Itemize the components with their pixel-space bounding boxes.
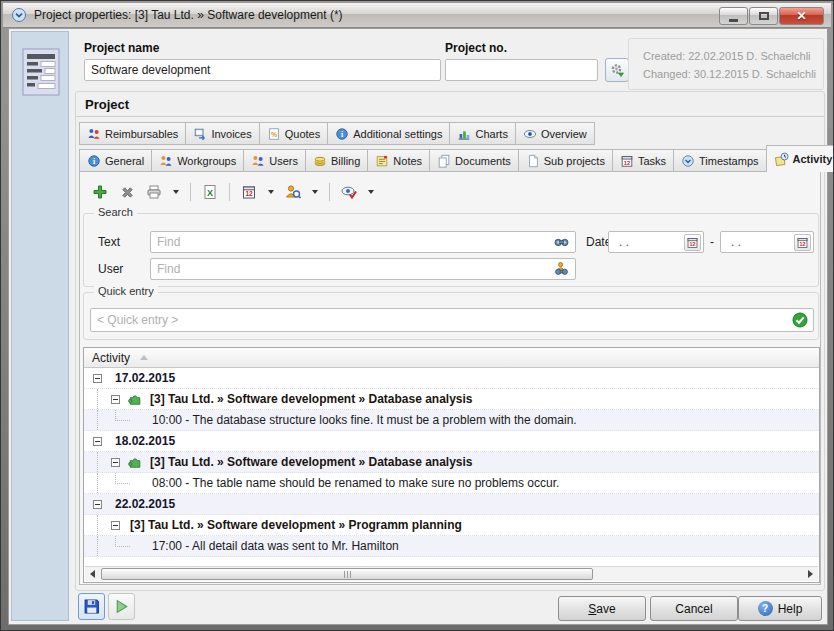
minimize-icon xyxy=(729,19,738,22)
date-to-input[interactable]: . . 12 xyxy=(720,231,814,253)
tab-invoices[interactable]: Invoices xyxy=(185,122,258,145)
collapse-toggle[interactable] xyxy=(111,395,120,404)
maximize-button[interactable] xyxy=(749,7,778,25)
save-label: Save xyxy=(588,602,615,616)
run-button[interactable] xyxy=(108,593,135,620)
calendar-menu-arrow[interactable] xyxy=(268,190,274,194)
print-menu-arrow[interactable] xyxy=(173,190,179,194)
tab-row-2: i General Workgroups Users Billing Notes xyxy=(79,145,834,172)
close-button[interactable]: ✕ xyxy=(779,7,824,25)
help-label: Help xyxy=(778,602,803,616)
delete-button[interactable] xyxy=(116,181,138,203)
tab-general[interactable]: i General xyxy=(79,149,151,172)
collapse-toggle[interactable] xyxy=(93,374,102,383)
tab-notes[interactable]: Notes xyxy=(367,149,429,172)
tab-overview[interactable]: Overview xyxy=(515,122,595,145)
tab-reimbursables[interactable]: Reimbursables xyxy=(79,122,185,145)
save-file-button[interactable] xyxy=(78,593,105,620)
tab-tasks[interactable]: 12 Tasks xyxy=(612,149,673,172)
titlebar[interactable]: Project properties: [3] Tau Ltd. » Softw… xyxy=(3,3,831,28)
tree-elbow xyxy=(115,410,130,421)
activity-project-row[interactable]: [3] Tau Ltd. » Software development » Da… xyxy=(84,452,819,473)
tab-quotes[interactable]: % Quotes xyxy=(259,122,327,145)
activity-list: Activity 17.02.2015 [3] Tau Ltd. » Softw… xyxy=(83,347,820,583)
coins-icon xyxy=(313,154,327,168)
search-text-input[interactable] xyxy=(150,231,576,253)
svg-text:12: 12 xyxy=(690,241,696,247)
save-button[interactable]: Save xyxy=(558,596,646,621)
toolbar-separator xyxy=(190,183,191,201)
scroll-left-button[interactable] xyxy=(85,567,100,581)
horizontal-scrollbar[interactable] xyxy=(85,566,818,581)
date-to-picker-button[interactable]: 12 xyxy=(794,234,811,251)
tab-users[interactable]: Users xyxy=(243,149,305,172)
collapse-toggle[interactable] xyxy=(111,458,120,467)
minimize-button[interactable] xyxy=(719,7,748,25)
activity-entry-row[interactable]: 10:00 - The database structure looks fin… xyxy=(84,410,819,431)
activity-entry: 10:00 - The database structure looks fin… xyxy=(152,413,577,427)
activity-column-header[interactable]: Activity xyxy=(84,348,819,368)
search-user-input[interactable] xyxy=(150,258,576,280)
note-icon xyxy=(375,154,389,168)
scrollbar-thumb[interactable] xyxy=(101,568,593,580)
activity-entry-row[interactable]: 08:00 - The table name should be renamed… xyxy=(84,473,819,494)
people-icon xyxy=(251,154,265,168)
tab-additional-settings[interactable]: i Additional settings xyxy=(327,122,449,145)
activity-date-row[interactable]: 17.02.2015 xyxy=(84,368,819,389)
toolbar-separator xyxy=(329,183,330,201)
export-excel-icon: X xyxy=(202,184,218,200)
project-name-input[interactable] xyxy=(84,59,441,81)
tab-billing[interactable]: Billing xyxy=(305,149,367,172)
activity-project-row[interactable]: [3] Tau Ltd. » Software development » Da… xyxy=(84,389,819,410)
activity-entry-row[interactable]: 17:00 - All detail data was sent to Mr. … xyxy=(84,536,819,557)
view-options-button[interactable] xyxy=(338,181,360,203)
export-excel-button[interactable]: X xyxy=(199,181,221,203)
project-form-icon xyxy=(22,48,60,96)
tab-label: Activity Report xyxy=(793,153,834,165)
quick-entry-group: Quick entry xyxy=(83,292,819,340)
user-binoculars-icon xyxy=(554,261,814,280)
help-icon: ? xyxy=(758,601,773,616)
tab-activity-report[interactable]: Activity Report xyxy=(766,145,834,172)
user-filter-menu-arrow[interactable] xyxy=(312,190,318,194)
save-file-icon xyxy=(83,598,100,615)
tab-timestamps[interactable]: Timestamps xyxy=(673,149,766,172)
help-button[interactable]: ? Help xyxy=(738,596,822,621)
activity-project-row[interactable]: [3] Tau Ltd. » Software development » Pr… xyxy=(84,515,819,536)
sidebar xyxy=(11,31,69,621)
tab-sub-projects[interactable]: Sub projects xyxy=(518,149,612,172)
generate-number-button[interactable] xyxy=(605,58,629,82)
puzzle-icon xyxy=(128,392,142,406)
tree-line xyxy=(97,515,98,535)
date-from-picker-button[interactable]: 12 xyxy=(684,234,701,251)
user-filter-button[interactable] xyxy=(282,181,304,203)
collapse-toggle[interactable] xyxy=(111,521,120,530)
view-options-menu-arrow[interactable] xyxy=(368,190,374,194)
tab-label: Invoices xyxy=(211,128,251,140)
window-title: Project properties: [3] Tau Ltd. » Softw… xyxy=(34,8,343,22)
tab-documents[interactable]: Documents xyxy=(429,149,518,172)
print-button[interactable] xyxy=(143,181,165,203)
activity-project: [3] Tau Ltd. » Software development » Da… xyxy=(150,392,473,406)
quote-percent-icon: % xyxy=(267,127,281,141)
calendar-filter-button[interactable]: 12 xyxy=(238,181,260,203)
scroll-right-button[interactable] xyxy=(803,567,818,581)
calendar-icon: 12 xyxy=(796,236,809,249)
search-user-label: User xyxy=(98,262,123,276)
tab-charts[interactable]: Charts xyxy=(449,122,514,145)
documents-icon xyxy=(437,154,451,168)
confirm-check-icon[interactable] xyxy=(792,312,814,332)
activity-date-row[interactable]: 22.02.2015 xyxy=(84,494,819,515)
quick-entry-input[interactable] xyxy=(90,308,814,332)
date-from-input[interactable]: . . 12 xyxy=(608,231,704,253)
add-button[interactable] xyxy=(89,181,111,203)
project-no-input[interactable] xyxy=(445,59,598,81)
date-from-value: . . xyxy=(619,235,629,249)
cancel-button[interactable]: Cancel xyxy=(650,596,738,621)
puzzle-icon xyxy=(128,455,142,469)
collapse-toggle[interactable] xyxy=(93,437,102,446)
tab-workgroups[interactable]: Workgroups xyxy=(151,149,243,172)
collapse-toggle[interactable] xyxy=(93,500,102,509)
activity-project: [3] Tau Ltd. » Software development » Da… xyxy=(150,455,473,469)
activity-date-row[interactable]: 18.02.2015 xyxy=(84,431,819,452)
